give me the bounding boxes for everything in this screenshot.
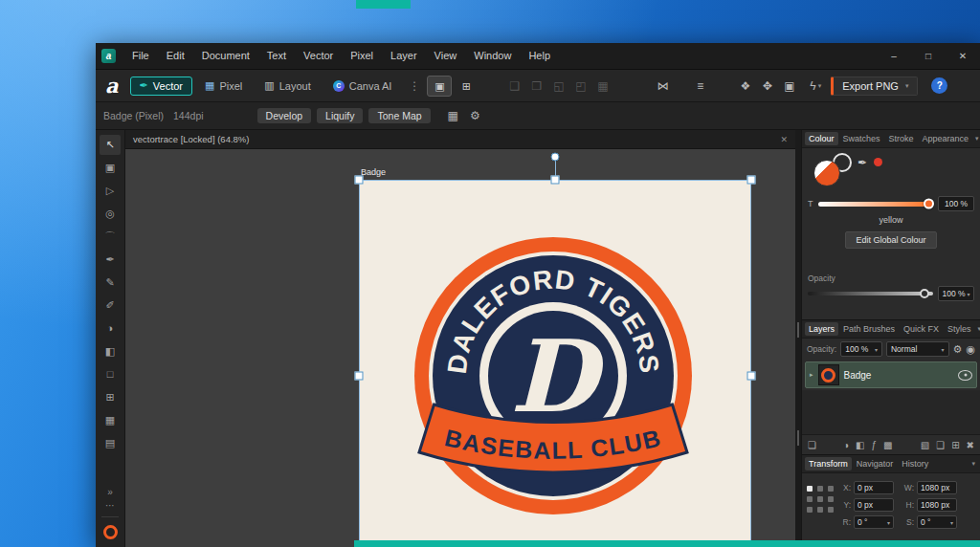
anchor-cell[interactable] xyxy=(828,496,834,502)
tab-path-brushes[interactable]: Path Brushes xyxy=(839,322,899,336)
geometry-add-icon[interactable]: ❑ xyxy=(503,79,525,93)
vector-brush-tool[interactable]: ✐ xyxy=(100,295,121,316)
geometry-combine-icon[interactable]: ▦ xyxy=(591,79,613,93)
anchor-cell[interactable] xyxy=(828,486,834,492)
menu-pixel[interactable]: Pixel xyxy=(342,43,382,69)
selection-handle-top-mid[interactable] xyxy=(551,176,560,185)
tab-styles[interactable]: Styles xyxy=(944,322,975,336)
tab-stroke[interactable]: Stroke xyxy=(885,132,918,145)
layer-settings-gear-icon[interactable]: ⚙ xyxy=(953,343,963,356)
fill-tool[interactable]: ◑ xyxy=(100,318,121,339)
pencil-tool[interactable]: ✎ xyxy=(100,273,121,293)
edit-mask-icon[interactable]: ❏ xyxy=(808,440,816,450)
toolbar-toggle-a-icon[interactable]: ▣ xyxy=(427,76,452,97)
tab-history[interactable]: History xyxy=(898,457,932,470)
transparency-tool[interactable]: ◧ xyxy=(100,341,121,361)
settings-gear-icon[interactable]: ⚙ xyxy=(470,109,480,122)
opacity-slider-handle[interactable] xyxy=(920,289,929,298)
minimize-button[interactable]: – xyxy=(877,43,911,69)
assistant-button[interactable]: ϟ ▾ xyxy=(810,79,821,93)
document-tab[interactable]: vectortrace [Locked] (64.8%) xyxy=(133,134,249,144)
r-field[interactable]: 0 ° ▾ xyxy=(854,515,894,529)
tab-appearance[interactable]: Appearance xyxy=(919,132,973,145)
menu-window[interactable]: Window xyxy=(465,43,520,69)
selection-handle-top-left[interactable] xyxy=(355,176,364,185)
layer-visibility-eye-icon[interactable] xyxy=(958,370,972,381)
menu-file[interactable]: File xyxy=(123,43,158,69)
pen-tool[interactable]: ✒ xyxy=(100,250,121,270)
layer-row-badge[interactable]: ▸ Badge xyxy=(805,361,977,388)
tone-map-button[interactable]: Tone Map xyxy=(368,108,430,123)
picked-colour-dot[interactable] xyxy=(874,158,882,166)
h-field[interactable]: 1080 px xyxy=(917,498,957,512)
anchor-cell[interactable] xyxy=(807,486,813,492)
menu-view[interactable]: View xyxy=(426,43,466,69)
place-image-tool[interactable]: ▤ xyxy=(100,433,121,453)
menu-layer[interactable]: Layer xyxy=(382,43,426,69)
node-tool[interactable]: ▷ xyxy=(100,181,121,201)
menu-document[interactable]: Document xyxy=(193,43,258,69)
w-field[interactable]: 1080 px xyxy=(917,481,957,494)
selection-handle-top-right[interactable] xyxy=(747,176,756,185)
anchor-cell[interactable] xyxy=(807,507,813,513)
develop-button[interactable]: Develop xyxy=(257,108,312,123)
menu-vector[interactable]: Vector xyxy=(295,43,342,69)
mask-layer-icon[interactable]: ◧ xyxy=(856,440,864,450)
new-layer-icon[interactable]: ❑ xyxy=(936,440,945,450)
tab-quick-fx[interactable]: Quick FX xyxy=(900,322,943,336)
persona-pixel[interactable]: ▦ Pixel xyxy=(195,77,252,96)
tint-slider-track[interactable] xyxy=(818,202,934,207)
geometry-intersect-icon[interactable]: ◱ xyxy=(547,79,569,93)
close-document-icon[interactable]: ✕ xyxy=(780,135,788,144)
flip-icon[interactable]: ⋈ xyxy=(652,79,674,93)
move-tool[interactable]: ↖ xyxy=(100,135,121,155)
rotation-handle[interactable] xyxy=(551,153,560,162)
adjustment-icon[interactable]: ◑ xyxy=(843,440,849,450)
tab-colour[interactable]: Colour xyxy=(805,132,838,145)
fx-icon[interactable]: ▩ xyxy=(883,440,892,450)
frame-tool[interactable]: ▣ xyxy=(100,158,121,178)
pixel-grid-toggle-icon[interactable]: ▦ xyxy=(448,109,458,122)
layers-list-empty-area[interactable] xyxy=(802,390,980,434)
eyedropper-icon[interactable]: ✒ xyxy=(858,156,867,169)
rectangle-tool[interactable]: □ xyxy=(100,364,121,384)
layers-opacity-select[interactable]: 100 % ▾ xyxy=(840,341,882,357)
canvas-area[interactable]: vectortrace [Locked] (64.8%) ✕ DALEFORD … xyxy=(125,130,795,547)
liquify-button[interactable]: Liquify xyxy=(317,108,363,123)
layer-expander-icon[interactable]: ▸ xyxy=(810,371,813,379)
panel-menu-icon[interactable]: ▾ xyxy=(973,135,980,142)
panel-menu-icon[interactable]: ▾ xyxy=(969,460,977,468)
persona-canva-ai[interactable]: C Canva AI xyxy=(323,77,402,96)
panel-splitter[interactable] xyxy=(795,130,801,547)
blend-mode-select[interactable]: Normal ▾ xyxy=(886,341,949,357)
anchor-cell[interactable] xyxy=(817,507,823,513)
expand-tools-icon[interactable]: » xyxy=(107,486,113,499)
selection-handle-mid-left[interactable] xyxy=(355,372,364,381)
corner-tool[interactable]: ⌒ xyxy=(100,227,121,247)
tab-swatches[interactable]: Swatches xyxy=(839,132,884,145)
fill-colour-swatch[interactable] xyxy=(813,160,840,186)
current-colour-indicator[interactable] xyxy=(103,525,118,539)
anchor-cell[interactable] xyxy=(828,507,834,513)
delete-layer-icon[interactable]: ✖ xyxy=(967,440,974,450)
menu-text[interactable]: Text xyxy=(258,43,295,69)
s-field[interactable]: 0 ° ▾ xyxy=(917,515,957,529)
document-artboard[interactable]: DALEFORD TIGERS BASEBALL CLUB D xyxy=(359,180,751,547)
tab-layers[interactable]: Layers xyxy=(805,322,838,336)
badge-artwork[interactable]: DALEFORD TIGERS BASEBALL CLUB D xyxy=(410,232,697,519)
snapping-icon[interactable]: ✥ xyxy=(756,79,778,93)
new-pixel-layer-icon[interactable]: ▧ xyxy=(921,440,929,450)
maximize-button[interactable]: □ xyxy=(911,43,946,69)
tint-slider-handle[interactable] xyxy=(924,199,934,209)
opacity-value-field[interactable]: 100 % ▾ xyxy=(938,286,974,301)
opacity-slider-track[interactable] xyxy=(808,292,933,295)
anchor-cell[interactable] xyxy=(807,496,813,502)
tab-navigator[interactable]: Navigator xyxy=(853,457,898,470)
toolbar-toggle-b-icon[interactable]: ⊞ xyxy=(454,76,479,97)
menu-help[interactable]: Help xyxy=(520,43,559,69)
alignment-icon[interactable]: ≡ xyxy=(689,79,711,93)
help-button[interactable]: ? xyxy=(931,77,947,94)
persona-vector[interactable]: ✒ Vector xyxy=(130,77,192,96)
y-field[interactable]: 0 px xyxy=(854,498,894,512)
selection-handle-mid-right[interactable] xyxy=(747,372,756,381)
